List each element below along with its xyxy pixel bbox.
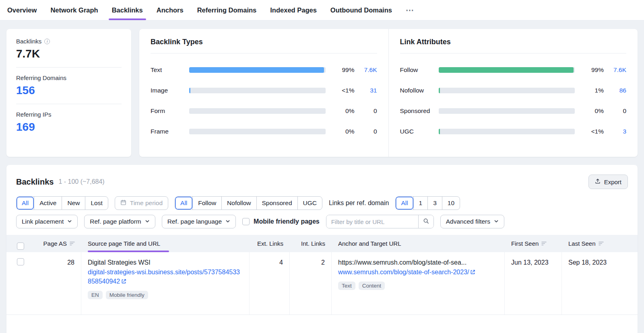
mobile-friendly-checkbox[interactable] [242,218,250,225]
follow-ugc[interactable]: UGC [297,197,322,210]
bar-count-link[interactable]: 86 [604,87,626,94]
chevron-down-icon [145,218,150,225]
bar-percent: 1% [580,87,604,94]
chevron-down-icon [494,218,499,225]
bar-fill [439,88,440,93]
lpd-10[interactable]: 10 [442,197,460,210]
bar-count-link[interactable]: 31 [355,87,377,94]
metric-label: Referring IPs [16,111,52,118]
tab-indexed-pages[interactable]: Indexed Pages [269,0,318,20]
ref-page-language-dropdown[interactable]: Ref. page language [162,215,236,228]
metric-referring-domains: Referring Domains 156 [16,74,122,97]
external-link-icon[interactable] [121,278,126,285]
follow-filter: All Follow Nofollow Sponsored UGC [175,196,322,210]
link-type-badge: Text [338,282,355,290]
bar-percent: 0% [331,128,355,135]
chart-row-form: Form 0% 0 [151,103,377,119]
header-int-links[interactable]: Int. Links [290,235,332,252]
search-input[interactable] [326,215,418,228]
source-title: Digital Strategies WSI [88,259,243,266]
bar-track [189,88,326,93]
tab-outbound-domains[interactable]: Outbound Domains [330,0,393,20]
bar-fill [439,129,440,134]
info-icon[interactable]: i [44,39,50,44]
header-label: Int. Links [301,240,325,247]
metric-value[interactable]: 156 [16,84,122,97]
metric-backlinks: Backlinks i 7.7K [16,38,122,60]
status-all[interactable]: All [17,197,34,210]
section-title: Backlinks [16,177,54,187]
search-icon [423,218,429,226]
source-url-link[interactable]: digital-strategies-wsi.business.site/pos… [88,269,240,285]
header-anchor[interactable]: Anchor and Target URL [332,235,505,252]
backlinks-table: Page AS Source page Title and URL Ext. L… [6,235,638,315]
follow-all[interactable]: All [175,197,192,210]
placement-badge: Content [359,282,385,290]
ref-page-platform-label: Ref. page platform [90,218,141,225]
bar-count: 0 [355,107,377,115]
metric-label: Referring Domains [16,74,66,81]
lpd-1[interactable]: 1 [413,197,428,210]
bar-label: Frame [151,128,189,135]
external-link-icon[interactable] [470,269,475,276]
report-tabs: Overview Network Graph Backlinks Anchors… [0,0,644,21]
header-source[interactable]: Source page Title and URL [81,235,250,252]
more-tabs-button[interactable]: ⋯ [405,0,415,20]
bar-count: 0 [355,128,377,135]
status-new[interactable]: New [62,197,85,210]
chart-title: Backlink Types [151,38,377,53]
bar-count-link[interactable]: 7.6K [604,66,626,74]
header-ext-links[interactable]: Ext. Links [250,235,290,252]
lpd-3[interactable]: 3 [427,197,442,210]
export-label: Export [604,179,621,185]
follow-follow[interactable]: Follow [192,197,221,210]
bar-fill [189,67,324,73]
link-placement-dropdown[interactable]: Link placement [16,215,78,228]
charts-card: Backlink Types Text 99% 7.6K Image <1% 3… [139,29,638,157]
target-url-link[interactable]: www.semrush.com/blog/state-of-search-202… [338,269,475,275]
advanced-filters-dropdown[interactable]: Advanced filters [440,215,504,228]
bar-track [189,67,326,73]
divider [16,67,122,68]
follow-sponsored[interactable]: Sponsored [256,197,297,210]
advanced-filters-label: Advanced filters [446,218,490,225]
calendar-icon [120,199,126,207]
search-button[interactable] [418,215,433,228]
time-period-label: Time period [130,199,163,207]
metric-value[interactable]: 169 [16,121,122,134]
bar-count-link[interactable]: 3 [604,128,626,135]
divider [16,104,122,104]
bar-label: Nofollow [400,87,439,94]
bar-percent: 0% [580,107,604,115]
bar-count-link[interactable]: 7.6K [355,66,377,74]
header-last-seen[interactable]: Last Seen [562,235,638,252]
header-page-as[interactable]: Page AS [31,235,81,252]
header-first-seen[interactable]: First Seen [505,235,562,252]
link-placement-label: Link placement [22,218,64,225]
bar-fill [189,88,190,93]
tab-anchors[interactable]: Anchors [156,0,184,20]
sort-icon [70,240,75,247]
follow-nofollow[interactable]: Nofollow [221,197,256,210]
tab-overview[interactable]: Overview [6,0,37,20]
tab-backlinks[interactable]: Backlinks [111,0,144,20]
select-all-checkbox[interactable] [17,243,24,250]
last-seen-cell: Sep 18, 2023 [562,252,638,314]
first-seen-cell: Jun 13, 2023 [505,252,562,314]
source-cell: Digital Strategies WSI digital-strategie… [81,252,250,314]
row-checkbox[interactable] [17,258,24,265]
export-button[interactable]: Export [588,175,628,189]
language-badge: EN [88,291,103,299]
bar-track [439,67,575,73]
time-period-button[interactable]: Time period [115,196,168,210]
status-active[interactable]: Active [34,197,62,210]
bar-percent: 99% [580,66,604,74]
lpd-all[interactable]: All [396,197,413,210]
filter-row-2: Link placement Ref. page platform Ref. p… [16,215,628,228]
tab-network-graph[interactable]: Network Graph [50,0,99,20]
metric-referring-ips: Referring IPs 169 [16,111,122,134]
tab-referring-domains[interactable]: Referring Domains [196,0,258,20]
status-lost[interactable]: Lost [85,197,107,210]
summary-row: Backlinks i 7.7K Referring Domains 156 R… [6,29,638,157]
ref-page-platform-dropdown[interactable]: Ref. page platform [84,215,155,228]
